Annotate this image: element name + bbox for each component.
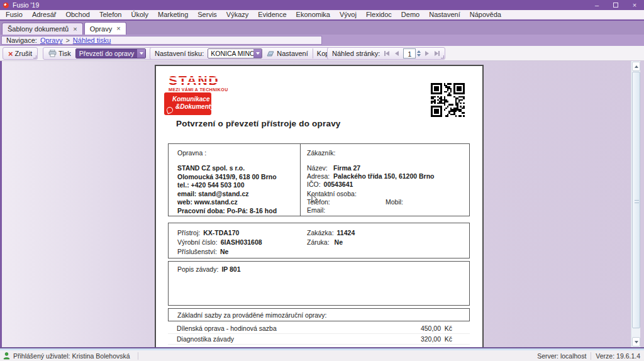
tab-opravy[interactable]: Opravy × xyxy=(84,22,126,35)
tab-strip: Šablony dokumentů × Opravy × xyxy=(0,19,644,35)
printer-settings-label: Nastavení xyxy=(277,50,308,57)
page-stepper[interactable]: 1 xyxy=(403,48,421,58)
printer-select[interactable]: KONICA MINOLTA C xyxy=(208,48,262,58)
spin-up-icon[interactable] xyxy=(417,50,421,53)
app-icon xyxy=(3,3,9,8)
customer-mobile-label: Mobil: xyxy=(386,198,403,206)
qr-code xyxy=(431,83,465,117)
stand-tagline: MEZI VÁMI A TECHNIKOU xyxy=(169,87,228,92)
menu-servis[interactable]: Servis xyxy=(197,11,217,18)
minimize-icon[interactable]: – xyxy=(587,0,606,10)
last-page-icon[interactable] xyxy=(432,48,442,58)
menu-flexidoc[interactable]: Flexidoc xyxy=(366,11,392,18)
customer-phone-label: Telefon: xyxy=(307,198,330,206)
tab-sablony-dokumentu[interactable]: Šablony dokumentů × xyxy=(2,23,83,35)
template-select[interactable]: Převzetí do opravy xyxy=(75,48,147,58)
page-preview-group: Náhled stránky: 1 xyxy=(327,47,445,60)
next-page-icon[interactable] xyxy=(422,48,432,58)
logged-user-text: Přihlášený uživatel: Kristina Bolehovská xyxy=(13,352,130,360)
cancel-x-icon: × xyxy=(8,50,13,58)
maximize-icon[interactable] xyxy=(606,0,625,10)
menu-evidence[interactable]: Evidence xyxy=(258,11,286,18)
customer-ico-row: IČO:00543641 xyxy=(307,181,353,188)
print-label: Tisk xyxy=(58,50,71,57)
shop-lines: STAND CZ spol. s r.o. Olomoucká 3419/9, … xyxy=(177,164,277,215)
scrollbar-thumb[interactable] xyxy=(632,72,640,328)
customer-contact-row: Kontaktní osoba: xyxy=(307,190,357,197)
user-icon xyxy=(3,352,10,360)
status-bar: Přihlášený uživatel: Kristina Bolehovská… xyxy=(0,350,644,361)
menu-bar: Fusio Adresář Obchod Telefon Úkoly Marke… xyxy=(0,10,644,19)
printer-value: KONICA MINOLTA C xyxy=(208,49,253,58)
close-icon[interactable]: × xyxy=(116,25,120,32)
first-page-icon[interactable] xyxy=(382,48,392,58)
page-value[interactable]: 1 xyxy=(403,48,416,58)
chevron-down-icon[interactable] xyxy=(253,49,262,58)
close-icon[interactable]: × xyxy=(73,26,77,33)
tab-label: Opravy xyxy=(90,25,112,33)
cancel-label: Zrušit xyxy=(15,50,33,57)
rate-row: Dílenská oprava - hodinová sazba 450,00 … xyxy=(168,323,470,334)
menu-vyvoj[interactable]: Vývoj xyxy=(340,11,357,18)
breadcrumb-label: Navigace: xyxy=(6,36,37,44)
breadcrumb-opravy-link[interactable]: Opravy xyxy=(40,36,62,44)
server-text: Server: localhost xyxy=(537,352,586,360)
tab-label: Šablony dokumentů xyxy=(8,25,69,33)
phone-doodle-icon xyxy=(166,106,174,114)
title-bar: Fusio '19 – × xyxy=(0,0,644,10)
customer-name-row: Název:Firma 27 xyxy=(307,164,360,172)
menu-telefon[interactable]: Telefon xyxy=(99,11,121,18)
menu-adresar[interactable]: Adresář xyxy=(32,11,57,18)
print-button[interactable]: Tisk xyxy=(46,48,74,59)
shop-heading: Opravna : xyxy=(177,149,206,157)
breadcrumb-nahled-tisku-link[interactable]: Náhled tisku xyxy=(73,36,111,44)
printer-select-label: Nastavení tisku: xyxy=(153,50,206,57)
cancel-button[interactable]: × Zrušit xyxy=(6,48,35,59)
document-title: Potvrzení o převzetí přístroje do opravy xyxy=(176,119,341,128)
menu-vykazy[interactable]: Výkazy xyxy=(226,11,248,18)
menu-demo[interactable]: Demo xyxy=(401,11,419,18)
device-box: Přístroj:KX-TDA170 Výrobní číslo:6IASH03… xyxy=(168,223,470,258)
rates-heading-box: Základní sazby za prováděné mimozáruční … xyxy=(168,308,470,321)
print-preview-area: STAND MEZI VÁMI A TECHNIKOU Komunikace &… xyxy=(0,61,644,347)
menu-fusio[interactable]: Fusio xyxy=(6,11,23,18)
rate-row: Diagnostika závady 320,00 Kč xyxy=(168,334,470,345)
close-icon[interactable]: × xyxy=(625,0,644,10)
printer-settings-button[interactable]: Nastavení xyxy=(264,48,311,59)
spin-down-icon[interactable] xyxy=(417,54,421,57)
cancel-group: × Zrušit xyxy=(3,47,38,60)
parties-box: Opravna : STAND CZ spol. s r.o. Olomouck… xyxy=(168,143,470,216)
page-preview-label: Náhled stránky: xyxy=(330,50,382,57)
vertical-scrollbar[interactable] xyxy=(631,61,640,347)
menu-ekonomika[interactable]: Ekonomika xyxy=(296,11,330,18)
breadcrumb-separator: > xyxy=(65,36,69,44)
window-title: Fusio '19 xyxy=(13,1,39,9)
chevron-down-icon[interactable] xyxy=(137,49,145,58)
rates-heading: Základní sazby za prováděné mimozáruční … xyxy=(177,311,327,319)
menu-nastaveni[interactable]: Nastavení xyxy=(429,11,460,18)
scroll-up-icon[interactable] xyxy=(632,62,640,71)
customer-address-row: Adresa:Palackého třída 150, 61200 Brno xyxy=(307,172,435,180)
menu-ukoly[interactable]: Úkoly xyxy=(131,11,148,18)
version-text: Verze: 19.6.1.4 xyxy=(596,352,640,360)
navigation-bar: Navigace: Opravy > Náhled tisku xyxy=(0,35,644,46)
document-page: STAND MEZI VÁMI A TECHNIKOU Komunikace &… xyxy=(155,65,484,347)
customer-heading: Zákazník: xyxy=(307,149,336,157)
printer-settings-icon xyxy=(267,50,275,57)
template-value: Převzetí do opravy xyxy=(76,49,138,58)
customer-email-label: Email: xyxy=(307,206,325,214)
komunikace-dokumenty-badge: Komunikace &Dokumenty xyxy=(164,92,211,115)
defect-box: Popis závady:IP 801 xyxy=(168,261,470,306)
menu-obchod[interactable]: Obchod xyxy=(65,11,90,18)
menu-napoveda[interactable]: Nápověda xyxy=(470,11,501,18)
scroll-down-icon[interactable] xyxy=(632,337,640,347)
prev-page-icon[interactable] xyxy=(392,48,402,58)
toolbar: × Zrušit Tisk Převzetí do opravy Nastavi… xyxy=(0,46,644,61)
printer-icon xyxy=(48,50,57,57)
menu-marketing[interactable]: Marketing xyxy=(158,11,188,18)
stand-logo: STAND xyxy=(169,74,219,87)
